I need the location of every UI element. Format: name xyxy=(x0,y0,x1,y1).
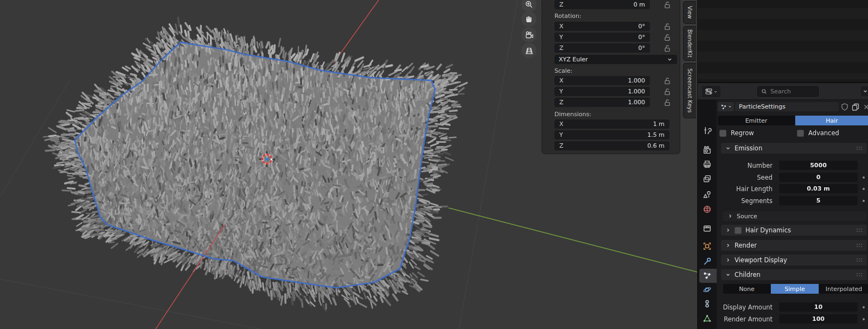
dimension-y-field[interactable]: Y 1.5 m xyxy=(554,130,669,140)
lock-open-icon[interactable] xyxy=(664,23,671,30)
unlink-x-icon[interactable] xyxy=(863,103,868,111)
lock-open-icon[interactable] xyxy=(664,77,671,85)
lock-open-icon[interactable] xyxy=(664,99,671,106)
perspective-toggle-gizmo[interactable] xyxy=(521,43,537,58)
particle-settings-menu[interactable] xyxy=(718,102,734,111)
sidebar-tab-blenderkit[interactable]: BlenderKit xyxy=(683,26,696,61)
rotation-mode-dropdown[interactable]: XYZ Euler xyxy=(554,55,677,64)
camera-icon xyxy=(525,30,534,40)
viewport-display-panel-header[interactable]: Viewport Display xyxy=(721,255,867,265)
drag-grip-icon[interactable] xyxy=(856,228,863,232)
scale-x-field[interactable]: X 1.000 xyxy=(554,76,650,85)
render-panel-header[interactable]: Render xyxy=(721,240,867,251)
rotation-x-field[interactable]: X 0° xyxy=(554,22,650,31)
children-mode-simple[interactable]: Simple xyxy=(771,284,819,294)
scale-z-field[interactable]: Z 1.000 xyxy=(554,98,650,107)
rotation-y-field[interactable]: Y 0° xyxy=(554,33,650,42)
hair-dynamics-panel-header[interactable]: Hair Dynamics xyxy=(721,225,867,236)
render-amount-field[interactable]: 100 xyxy=(779,314,858,324)
camera-view-gizmo[interactable] xyxy=(521,27,537,42)
duplicate-datablock-icon[interactable] xyxy=(851,103,860,111)
collection-tab-icon[interactable] xyxy=(703,224,712,233)
search-input[interactable] xyxy=(769,87,815,96)
drag-grip-icon[interactable] xyxy=(856,146,863,150)
scale-y-field[interactable]: Y 1.000 xyxy=(554,87,650,96)
render-tab-icon[interactable] xyxy=(703,145,712,155)
hair-dynamics-checkbox[interactable] xyxy=(735,227,742,234)
header-options-button[interactable] xyxy=(861,86,868,96)
scene-tab-icon[interactable] xyxy=(703,190,712,199)
search-icon xyxy=(761,88,767,94)
chevron-down-icon xyxy=(667,56,673,62)
outliner[interactable] xyxy=(698,0,868,83)
animate-dot[interactable] xyxy=(863,176,865,179)
grid-icon xyxy=(525,46,534,55)
scale-label: Scale: xyxy=(554,67,572,74)
children-panel-header[interactable]: Children xyxy=(721,269,867,280)
blender-window: Z 0 m Rotation: X 0° Y 0° xyxy=(0,0,868,329)
particles-tab-icon[interactable] xyxy=(703,271,712,280)
advanced-checkbox[interactable] xyxy=(797,130,804,137)
regrow-checkbox-row: Regrow xyxy=(719,129,754,137)
pan-gizmo[interactable] xyxy=(521,11,537,27)
tool-tab-icon[interactable] xyxy=(703,126,712,135)
animate-dot[interactable] xyxy=(863,200,865,202)
fake-user-shield-icon[interactable] xyxy=(840,103,849,111)
hair-length-field[interactable]: 0.03 m xyxy=(779,184,858,193)
animate-dot[interactable] xyxy=(863,318,865,320)
drag-grip-icon[interactable] xyxy=(856,258,863,262)
lock-open-icon[interactable] xyxy=(664,34,671,41)
source-subpanel-header[interactable]: Source xyxy=(723,211,867,221)
output-tab-icon[interactable] xyxy=(703,160,712,169)
lock-open-icon[interactable] xyxy=(664,1,671,9)
emission-panel-header[interactable]: Emission xyxy=(721,143,867,154)
children-mode-none[interactable]: None xyxy=(723,284,770,294)
chevron-down-icon xyxy=(863,88,868,94)
lock-open-icon[interactable] xyxy=(664,88,671,96)
sidebar-tab-screencast-keys[interactable]: Screencast Keys xyxy=(683,63,696,118)
drag-grip-icon[interactable] xyxy=(856,273,863,277)
chevron-right-icon xyxy=(725,257,731,263)
world-tab-icon[interactable] xyxy=(703,205,712,214)
dimension-z-field[interactable]: Z 0.6 m xyxy=(554,141,669,150)
segments-field[interactable]: 5 xyxy=(779,196,858,205)
display-amount-field[interactable]: 10 xyxy=(779,302,858,312)
chevron-right-icon xyxy=(725,243,731,248)
modifiers-tab-icon[interactable] xyxy=(703,257,712,266)
advanced-label: Advanced xyxy=(808,129,839,137)
location-z-field[interactable]: Z 0 m xyxy=(554,0,650,9)
type-tab-emitter[interactable]: Emitter xyxy=(718,116,795,125)
render-amount-label: Render Amount xyxy=(717,315,773,323)
children-mode-interpolated[interactable]: Interpolated xyxy=(819,284,868,294)
drag-grip-icon[interactable] xyxy=(856,243,863,248)
rotation-z-field[interactable]: Z 0° xyxy=(554,43,650,53)
chevron-down-icon xyxy=(725,145,731,151)
transform-panel: Z 0 m Rotation: X 0° Y 0° xyxy=(541,0,680,154)
dimensions-label: Dimensions: xyxy=(554,111,591,118)
physics-tab-icon[interactable] xyxy=(703,285,712,294)
dimension-x-field[interactable]: X 1 m xyxy=(554,119,669,129)
search-box[interactable] xyxy=(757,86,819,97)
regrow-checkbox[interactable] xyxy=(719,130,726,137)
chevron-down-icon xyxy=(725,272,731,277)
chevron-down-icon xyxy=(728,105,732,109)
datablock-name-field[interactable]: ParticleSettings xyxy=(735,102,839,111)
object-tab-icon[interactable] xyxy=(703,242,712,251)
view-layer-tab-icon[interactable] xyxy=(703,174,712,184)
particles-icon xyxy=(720,104,727,110)
editor-type-button[interactable] xyxy=(702,86,720,97)
number-label: Number xyxy=(717,162,773,169)
seed-field[interactable]: 0 xyxy=(779,173,858,182)
animate-dot[interactable] xyxy=(863,306,865,308)
type-tab-hair[interactable]: Hair xyxy=(795,116,868,125)
sidebar-tab-view[interactable]: View xyxy=(683,1,696,24)
hair-length-label: Hair Length xyxy=(717,185,773,193)
properties-editor-icon xyxy=(705,87,713,96)
constraints-tab-icon[interactable] xyxy=(703,299,712,308)
hand-icon xyxy=(525,15,533,23)
rotation-label: Rotation: xyxy=(554,12,582,20)
animate-dot[interactable] xyxy=(863,188,865,190)
number-field[interactable]: 5000 xyxy=(779,161,858,170)
lock-open-icon[interactable] xyxy=(664,45,671,52)
object-data-tab-icon[interactable] xyxy=(703,314,712,323)
